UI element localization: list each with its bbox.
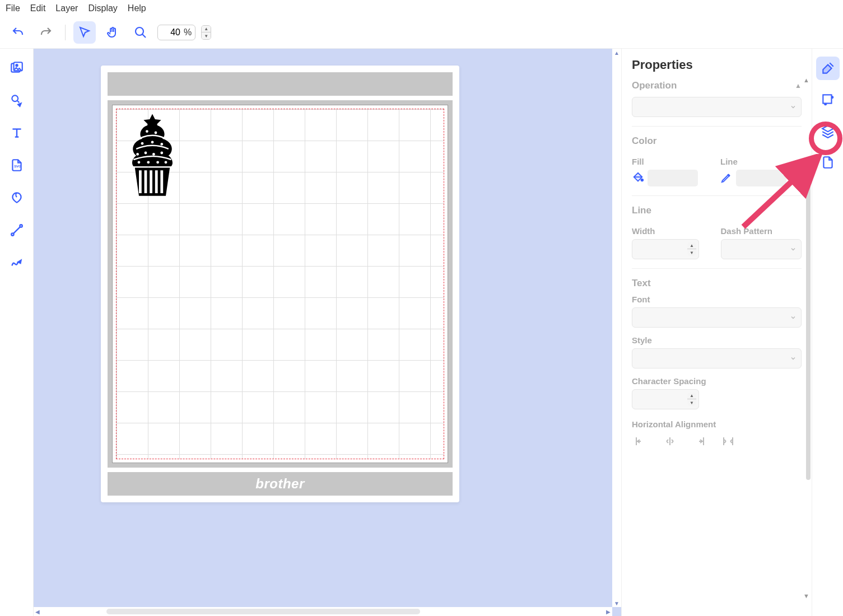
hand-tool[interactable] (101, 21, 124, 44)
svg-point-17 (138, 161, 141, 164)
svg-tool[interactable]: SVG (6, 154, 28, 176)
dash-label: Dash Pattern (721, 226, 802, 236)
svg-point-6 (11, 233, 13, 235)
menu-display[interactable]: Display (88, 3, 117, 13)
spacing-step-down[interactable]: ▼ (687, 399, 696, 406)
fill-bucket-icon[interactable] (632, 171, 644, 185)
font-label: Font (632, 295, 802, 304)
svg-rect-23 (150, 170, 152, 193)
svg-rect-22 (145, 170, 147, 193)
vertical-scrollbar[interactable]: ▲ ▼ (612, 49, 621, 607)
zoom-stepper[interactable]: ▲ ▼ (201, 25, 211, 40)
svg-point-13 (136, 153, 139, 156)
align-left-button[interactable] (632, 433, 650, 449)
svg-point-12 (160, 143, 163, 146)
undo-button[interactable] (7, 21, 29, 44)
svg-point-0 (136, 27, 143, 35)
width-step-down[interactable]: ▼ (687, 249, 696, 256)
fill-label: Fill (632, 157, 698, 166)
menu-edit[interactable]: Edit (30, 3, 46, 13)
trace-tool[interactable] (6, 89, 28, 111)
width-label: Width (632, 226, 713, 236)
properties-panel: Properties Operation ▲ Color Fill (621, 49, 812, 616)
scroll-thumb[interactable] (106, 609, 420, 614)
line-color-label: Line (720, 157, 786, 166)
transform-tab-button[interactable] (816, 88, 840, 111)
font-select[interactable] (632, 307, 802, 328)
style-select[interactable] (632, 348, 802, 368)
color-section-label: Color (632, 136, 802, 147)
menu-help[interactable]: Help (128, 3, 146, 13)
mat-footer-brand: brother (108, 472, 453, 496)
dash-select[interactable] (721, 239, 802, 259)
menu-layer[interactable]: Layer (55, 3, 78, 13)
zoom-input-group: % (157, 25, 195, 40)
horizontal-scrollbar[interactable]: ◀ ▶ (34, 607, 612, 616)
svg-point-18 (147, 161, 150, 164)
scroll-up-icon[interactable]: ▲ (612, 49, 621, 57)
svg-rect-27 (823, 95, 831, 103)
zoom-step-up[interactable]: ▲ (202, 26, 211, 32)
layers-tab-button[interactable] (816, 119, 840, 143)
left-toolbar: SVG (0, 49, 34, 616)
line-section-label: Line (632, 205, 802, 216)
zoom-input[interactable] (161, 27, 180, 38)
path-tool[interactable] (6, 251, 28, 274)
align-center-button[interactable] (661, 433, 679, 449)
properties-title: Properties (632, 58, 802, 72)
shape-tool[interactable] (6, 186, 28, 209)
operation-select[interactable] (632, 97, 802, 117)
svg-point-16 (160, 152, 163, 155)
line-tool[interactable] (6, 219, 28, 241)
svg-rect-24 (155, 170, 158, 193)
menu-file[interactable]: File (6, 3, 20, 13)
svg-rect-25 (160, 170, 163, 193)
fill-color-swatch[interactable] (648, 170, 698, 186)
panel-scroll-up-icon[interactable]: ▲ (803, 77, 809, 83)
pointer-tool[interactable] (73, 21, 96, 44)
align-justify-button[interactable] (719, 433, 737, 449)
svg-point-26 (641, 179, 644, 181)
svg-point-19 (156, 161, 159, 164)
scroll-left-icon[interactable]: ◀ (34, 607, 41, 616)
scroll-down-icon[interactable]: ▼ (612, 599, 621, 607)
toolbar: % ▲ ▼ (0, 17, 843, 48)
char-spacing-label: Character Spacing (632, 376, 802, 386)
align-right-button[interactable] (690, 433, 708, 449)
right-toolbar (812, 49, 843, 616)
svg-point-8 (146, 130, 148, 133)
canvas-area[interactable]: brother ▲ ▼ ◀ ▶ (34, 49, 621, 616)
document-tab-button[interactable] (816, 151, 840, 174)
width-step-up[interactable]: ▲ (687, 242, 696, 249)
svg-point-15 (152, 153, 155, 156)
operation-section-label: Operation ▲ (632, 80, 802, 91)
svg-point-4 (12, 95, 18, 101)
text-tool[interactable] (6, 122, 28, 144)
svg-point-20 (165, 161, 167, 164)
design-grid[interactable] (116, 109, 444, 459)
zoom-step-down[interactable]: ▼ (202, 32, 211, 39)
svg-text:SVG: SVG (14, 165, 21, 168)
spacing-step-up[interactable]: ▲ (687, 393, 696, 399)
svg-point-11 (151, 141, 154, 143)
mat-body (108, 100, 453, 468)
cupcake-artwork[interactable] (119, 111, 186, 201)
redo-button[interactable] (35, 21, 57, 44)
zoom-tool[interactable] (129, 21, 152, 44)
pencil-icon[interactable] (720, 171, 733, 185)
text-section-label: Text (632, 278, 802, 289)
char-spacing-input[interactable]: ▲ ▼ (632, 389, 699, 409)
properties-tab-button[interactable] (816, 57, 840, 80)
cutting-mat: brother (101, 66, 459, 502)
zoom-unit: % (184, 27, 192, 38)
image-tool[interactable] (6, 57, 28, 79)
width-input[interactable]: ▲ ▼ (632, 239, 699, 259)
scroll-right-icon[interactable]: ▶ (604, 607, 612, 616)
h-align-label: Horizontal Alignment (632, 419, 802, 429)
svg-point-7 (20, 225, 22, 227)
line-color-swatch[interactable] (736, 170, 786, 186)
svg-point-3 (16, 64, 17, 66)
mat-header (108, 72, 453, 96)
collapse-icon[interactable]: ▲ (795, 82, 802, 90)
panel-scroll-down-icon[interactable]: ▼ (803, 592, 809, 599)
